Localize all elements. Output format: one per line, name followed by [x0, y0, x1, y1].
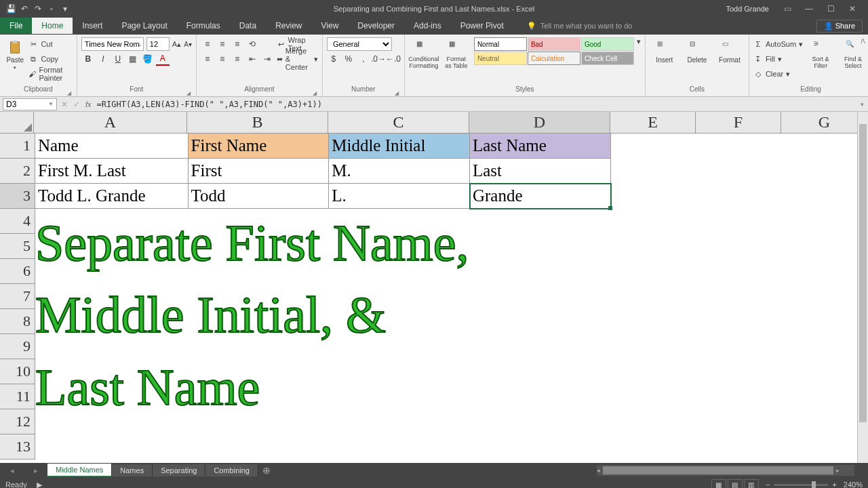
row-header[interactable]: 12: [0, 409, 35, 434]
cell[interactable]: [611, 234, 696, 259]
align-left-icon[interactable]: ≡: [201, 52, 214, 66]
cell[interactable]: [781, 334, 868, 359]
row-header[interactable]: 9: [0, 334, 35, 359]
format-painter-button[interactable]: 🖌Format Painter: [28, 67, 72, 81]
qat-more-icon[interactable]: ▾: [60, 3, 71, 14]
col-header-F[interactable]: F: [696, 112, 781, 134]
style-neutral[interactable]: Neutral: [474, 52, 527, 65]
sheet-tab-combining[interactable]: Combining: [205, 464, 258, 476]
comma-icon[interactable]: ,: [357, 52, 370, 66]
col-header-E[interactable]: E: [610, 112, 696, 134]
new-sheet-button[interactable]: ⊕: [258, 465, 275, 476]
insert-cells-button[interactable]: ⊞Insert: [650, 37, 679, 66]
cell[interactable]: [470, 284, 611, 309]
style-normal[interactable]: Normal: [474, 37, 527, 51]
cell[interactable]: [329, 409, 470, 434]
tab-nav-arrows[interactable]: ◂▸: [0, 466, 47, 475]
cell[interactable]: [611, 184, 696, 209]
delete-cells-button[interactable]: ⊟Delete: [682, 37, 712, 66]
cell[interactable]: Name: [35, 134, 189, 159]
cell[interactable]: [470, 359, 611, 384]
row-header[interactable]: 5: [0, 234, 35, 259]
row-header[interactable]: 1: [0, 134, 35, 159]
formula-input[interactable]: [97, 100, 855, 109]
format-cells-button[interactable]: ▭Format: [715, 37, 745, 66]
cell[interactable]: [696, 209, 781, 234]
user-name[interactable]: Todd Grande: [726, 5, 769, 13]
cell[interactable]: [611, 209, 696, 234]
row-header[interactable]: 7: [0, 284, 35, 309]
cell[interactable]: [35, 259, 189, 284]
cell[interactable]: L.: [329, 184, 470, 209]
cell[interactable]: [696, 234, 781, 259]
undo-icon[interactable]: ↶: [19, 3, 30, 14]
font-name-select[interactable]: [81, 37, 144, 51]
fill-color-button[interactable]: 🪣: [141, 52, 155, 66]
cell[interactable]: [611, 159, 696, 184]
cell[interactable]: [696, 259, 781, 284]
tab-file[interactable]: File: [0, 18, 32, 34]
tab-data[interactable]: Data: [230, 18, 266, 34]
cell[interactable]: [611, 309, 696, 334]
cell[interactable]: [35, 284, 189, 309]
cell[interactable]: [329, 434, 470, 460]
cell[interactable]: [470, 384, 611, 409]
cell[interactable]: [781, 209, 868, 234]
styles-gallery[interactable]: Normal Bad Good Neutral Calculation Chec…: [474, 37, 634, 65]
conditional-formatting-button[interactable]: ▦Conditional Formatting: [409, 37, 439, 73]
cell[interactable]: [35, 234, 189, 259]
select-all-corner[interactable]: [0, 112, 34, 134]
merge-center-button[interactable]: ⬌Merge & Center ▾: [277, 52, 318, 66]
cell[interactable]: [189, 259, 330, 284]
horizontal-scrollbar[interactable]: ◂▸: [597, 465, 854, 476]
vertical-scrollbar[interactable]: [857, 112, 868, 463]
tab-addins[interactable]: Add-ins: [404, 18, 451, 34]
align-right-icon[interactable]: ≡: [231, 52, 244, 66]
cell[interactable]: [329, 284, 470, 309]
tab-review[interactable]: Review: [266, 18, 311, 34]
cell[interactable]: [781, 284, 868, 309]
cell[interactable]: [696, 184, 781, 209]
cell[interactable]: [781, 159, 868, 184]
cell[interactable]: [189, 434, 330, 460]
cell[interactable]: M.: [329, 159, 470, 184]
cell[interactable]: [611, 134, 696, 159]
cell[interactable]: [611, 384, 696, 409]
row-header[interactable]: 8: [0, 309, 35, 334]
style-good[interactable]: Good: [581, 37, 634, 51]
cut-button[interactable]: ✂Cut: [28, 37, 72, 51]
cell[interactable]: [781, 434, 868, 460]
align-center-icon[interactable]: ≡: [216, 52, 229, 66]
save-icon[interactable]: 💾: [5, 3, 16, 14]
cell[interactable]: [35, 334, 189, 359]
align-top-icon[interactable]: ≡: [201, 37, 214, 51]
collapse-ribbon-icon[interactable]: ᐱ: [861, 37, 865, 45]
cell[interactable]: [470, 209, 611, 234]
cell[interactable]: [329, 259, 470, 284]
redo-icon[interactable]: ↷: [33, 3, 43, 14]
cell[interactable]: [35, 409, 189, 434]
cell[interactable]: [470, 434, 611, 460]
cell[interactable]: Middle Initial: [329, 134, 470, 159]
cell[interactable]: Todd L. Grande: [35, 184, 189, 209]
row-header[interactable]: 6: [0, 259, 35, 284]
cell[interactable]: [189, 209, 330, 234]
cell[interactable]: Grande: [470, 184, 611, 209]
tab-page-layout[interactable]: Page Layout: [112, 18, 176, 34]
font-color-button[interactable]: A: [156, 52, 170, 66]
col-header-D[interactable]: D: [469, 112, 610, 134]
cell[interactable]: [611, 359, 696, 384]
tab-formulas[interactable]: Formulas: [177, 18, 230, 34]
cell[interactable]: [329, 309, 470, 334]
cell[interactable]: First: [189, 159, 330, 184]
cell[interactable]: [329, 209, 470, 234]
macro-record-icon[interactable]: ▶: [37, 481, 42, 489]
cell[interactable]: [35, 384, 189, 409]
paste-button[interactable]: Paste▾: [4, 37, 26, 73]
cell[interactable]: [189, 234, 330, 259]
fill-button[interactable]: ↧Fill ▾: [753, 52, 803, 66]
cell[interactable]: [781, 409, 868, 434]
name-box[interactable]: D3▼: [3, 98, 57, 110]
cell[interactable]: [781, 309, 868, 334]
cell[interactable]: [696, 134, 781, 159]
